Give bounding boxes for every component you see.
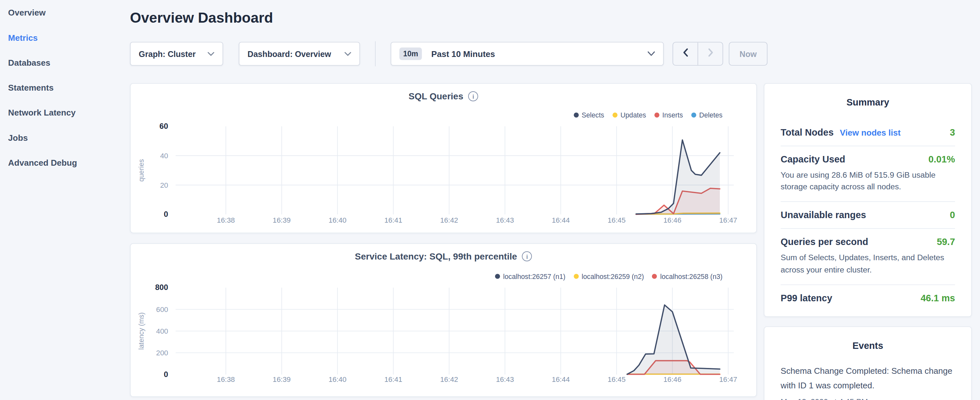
svg-text:16:39: 16:39 [273,375,291,384]
summary-row-label: Total Nodes [781,127,834,137]
chevron-left-icon [682,48,689,59]
legend-dot-icon [495,274,500,279]
svg-text:800: 800 [155,283,168,292]
sidebar-item-databases[interactable]: Databases [0,51,119,75]
svg-text:16:38: 16:38 [217,216,235,224]
svg-text:60: 60 [159,122,168,131]
chart-legend: localhost:26257 (n1)localhost:26259 (n2)… [495,273,722,280]
svg-text:16:44: 16:44 [552,375,570,384]
sidebar-item-statements[interactable]: Statements [0,76,119,100]
chart-title-text: SQL Queries [409,91,463,101]
sql-queries-chart-card: 16:3816:3916:4016:4116:4216:4316:4416:45… [130,83,757,233]
summary-row: Unavailable ranges0 [781,202,955,229]
summary-rows: Total NodesView nodes list3Capacity Used… [781,120,955,311]
summary-row-value: 3 [950,127,955,137]
summary-row: Queries per second59.7Sum of Selects, Up… [781,229,955,285]
svg-text:16:47: 16:47 [719,216,737,224]
svg-text:16:44: 16:44 [552,216,570,224]
summary-row-value: 46.1 ms [921,293,955,303]
summary-row-label: P99 latency [781,293,832,303]
service-latency-chart-card: 16:3816:3916:4016:4116:4216:4316:4416:45… [130,243,757,397]
svg-text:16:41: 16:41 [384,216,402,224]
summary-row-description: Sum of Selects, Updates, Inserts, and De… [781,252,955,276]
summary-row: P99 latency46.1 ms [781,285,955,311]
prev-time-button[interactable] [673,42,698,65]
toolbar-divider [375,41,375,66]
summary-row-value: 0 [950,210,955,220]
sidebar-item-advanced-debug[interactable]: Advanced Debug [0,151,119,176]
svg-text:20: 20 [160,181,168,189]
chart-title: Service Latency: SQL, 99th percentile i [131,252,756,261]
legend-item[interactable]: localhost:26259 (n2) [574,273,644,280]
legend-item[interactable]: Updates [612,112,646,119]
sidebar-item-overview[interactable]: Overview [0,1,119,25]
sidebar-item-network-latency[interactable]: Network Latency [0,100,119,126]
legend-label: Inserts [662,112,683,119]
sidebar-item-jobs[interactable]: Jobs [0,126,119,150]
view-nodes-list-link[interactable]: View nodes list [840,128,901,137]
svg-text:16:45: 16:45 [608,375,626,384]
svg-text:200: 200 [156,349,168,357]
time-range-badge: 10m [399,48,422,60]
legend-item[interactable]: localhost:26257 (n1) [495,273,566,280]
svg-text:16:39: 16:39 [273,216,291,224]
info-icon[interactable]: i [522,252,532,261]
summary-row-label: Queries per second [781,237,869,247]
svg-text:16:38: 16:38 [217,375,235,384]
series-fill [636,140,720,215]
legend-label: localhost:26259 (n2) [582,273,644,280]
summary-row-value: 0.01% [929,154,955,164]
svg-text:16:43: 16:43 [496,216,514,224]
summary-row-label: Unavailable ranges [781,210,866,220]
svg-text:16:41: 16:41 [384,375,402,384]
main-content: Overview Dashboard Graph: Cluster Dashbo… [119,0,980,400]
chart-legend: SelectsUpdatesInsertsDeletes [574,112,722,119]
dashboard-dropdown[interactable]: Dashboard: Overview [239,42,360,65]
legend-item[interactable]: Inserts [654,112,683,119]
svg-text:16:40: 16:40 [328,375,347,384]
legend-label: localhost:26257 (n1) [503,273,566,280]
next-time-button[interactable] [698,42,722,65]
svg-text:40: 40 [160,152,168,160]
sql-queries-plot[interactable]: 16:3816:3916:4016:4116:4216:4316:4416:45… [131,84,756,233]
svg-text:16:46: 16:46 [663,216,681,224]
service-latency-plot[interactable]: 16:3816:3916:4016:4116:4216:4316:4416:45… [131,244,756,396]
now-button[interactable]: Now [729,42,767,65]
legend-label: Deletes [699,112,722,119]
legend-dot-icon [612,113,617,118]
info-icon[interactable]: i [468,91,478,101]
legend-label: Updates [620,112,646,119]
svg-text:16:42: 16:42 [440,375,458,384]
app-root: OverviewMetricsDatabasesStatementsNetwor… [0,0,980,400]
chevron-right-icon [707,48,713,59]
events-panel: Events Schema Change Completed: Schema c… [764,326,972,400]
dashboard-body: 16:3816:3916:4016:4116:4216:4316:4416:45… [130,83,972,400]
time-range-label: Past 10 Minutes [431,49,495,59]
legend-label: Selects [582,112,605,119]
time-step-buttons [673,42,723,65]
svg-text:600: 600 [156,306,168,314]
time-range-selector[interactable]: 10m Past 10 Minutes [390,42,663,65]
legend-item[interactable]: Selects [574,112,605,119]
legend-dot-icon [654,113,659,118]
events-list: Schema Change Completed: Schema change w… [781,364,955,400]
right-column: Summary Total NodesView nodes list3Capac… [764,83,972,400]
summary-heading: Summary [781,84,955,107]
event-text: Schema Change Completed: Schema change w… [781,364,955,393]
svg-text:16:40: 16:40 [328,216,347,224]
svg-text:16:43: 16:43 [496,375,514,384]
legend-item[interactable]: localhost:26258 (n3) [652,273,722,280]
svg-text:queries: queries [137,159,145,182]
chevron-down-icon [648,51,655,56]
graph-dropdown[interactable]: Graph: Cluster [130,42,223,65]
page-title: Overview Dashboard [130,9,972,26]
svg-text:16:42: 16:42 [440,216,458,224]
legend-dot-icon [574,274,579,279]
sidebar-item-metrics[interactable]: Metrics [0,25,119,51]
charts-column: 16:3816:3916:4016:4116:4216:4316:4416:45… [130,83,757,400]
events-heading: Events [781,327,955,351]
chart-title: SQL Queries i [131,91,756,101]
summary-row-value: 59.7 [937,237,955,247]
chevron-down-icon [344,51,351,56]
legend-item[interactable]: Deletes [691,112,722,119]
